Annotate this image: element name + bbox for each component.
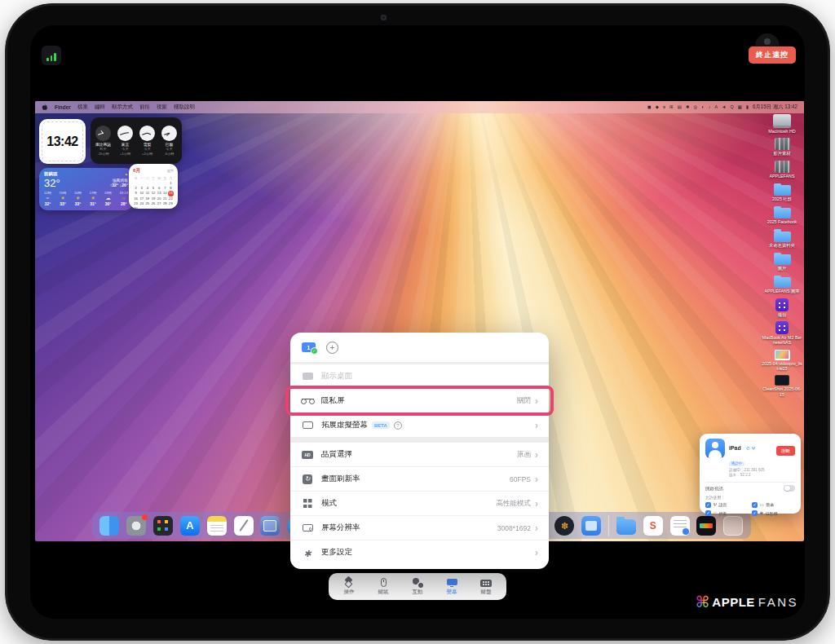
desktop-icon[interactable]: 2025-04-videopro_list-w23 — [761, 350, 803, 372]
trash-dock-icon[interactable] — [723, 516, 743, 536]
widget-dock-icon[interactable] — [696, 516, 716, 536]
menubar-item[interactable]: 編輯 — [95, 104, 105, 111]
screen-settings-panel: 1 + 顯示桌面隱私屏關閉›拓展虛擬螢幕BETA?›品質選擇原画›畫面刷新率60… — [290, 333, 549, 569]
hd-icon — [301, 451, 314, 459]
glasses-icon — [301, 397, 314, 405]
notes-dock-icon[interactable] — [207, 516, 227, 536]
tab-鍵盤[interactable]: 鍵盤 — [480, 577, 493, 596]
recording-icon[interactable]: ◼ — [647, 105, 652, 110]
desktop-icon[interactable]: 未命名資料夾 — [761, 229, 803, 248]
vpn-icon[interactable]: ≡ — [663, 105, 665, 110]
clock-widget[interactable]: 13:42 — [39, 119, 86, 164]
battery-icon[interactable]: ▮ — [746, 105, 749, 110]
help-icon[interactable]: ? — [394, 421, 402, 430]
desktop-icon[interactable]: 2025 社群 — [761, 183, 803, 201]
permission-item[interactable]: ▱檔案 — [705, 510, 749, 516]
focus-icon[interactable]: ◐ — [701, 105, 704, 110]
device-name: iPad — [729, 445, 741, 451]
video-toggle[interactable] — [784, 485, 795, 492]
sparkle-icon: ✦ — [125, 172, 128, 177]
permission-item[interactable]: Ψ語音 — [705, 502, 749, 508]
world-clock-widget[interactable]: 庫比蒂諾昨天-15小時東京今天+1小時雪梨今天+2小時巴黎今天-6小時 — [91, 117, 182, 164]
folder-dock-icon[interactable] — [616, 519, 636, 535]
spotlight-icon[interactable]: Q — [731, 105, 734, 110]
appstore-dock-icon[interactable] — [180, 516, 200, 536]
permission-item[interactable]: ▭螢幕 — [752, 502, 795, 508]
checkbox-checked-icon[interactable] — [705, 510, 711, 516]
settings-icon[interactable]: ✱ — [686, 105, 690, 110]
tab-熒幕[interactable]: 熒幕 — [446, 577, 458, 596]
grid-icon — [301, 499, 314, 508]
menubar-item[interactable]: 視窗 — [157, 104, 167, 111]
music-icon[interactable]: ♪ — [709, 105, 711, 110]
window-icon[interactable]: ⊞ — [669, 105, 674, 110]
desktop-icon[interactable]: CleanShot 2025-06-15 — [761, 375, 803, 397]
video-toggle-label: 開啟視訊 — [705, 486, 723, 492]
checkbox-checked-icon[interactable] — [752, 510, 758, 516]
textedit-dock-icon[interactable] — [234, 516, 254, 536]
desktop-icon[interactable]: MacBook Air M2 BerneseNAS — [761, 321, 803, 346]
tab-鍵鼠[interactable]: 鍵鼠 — [378, 577, 390, 596]
menu-row-quality[interactable]: 品質選擇原画› — [290, 443, 549, 466]
chevron-right-icon: › — [535, 474, 538, 484]
hangup-button[interactable]: 掛斷 — [776, 446, 795, 456]
weather-widget[interactable]: 前鎮區 ✦ 32° 強風特報 ↑32° ↓26° 14時≈32°15時☀33°1… — [39, 168, 133, 210]
world-clock-city: 雪梨今天+2小時 — [139, 126, 155, 157]
menubar-item[interactable]: Finder — [55, 104, 71, 110]
tab-互動[interactable]: 互動 — [412, 577, 424, 596]
desktop-icon[interactable]: 圖片 — [761, 252, 803, 271]
device-avatar — [705, 439, 725, 458]
checkbox-checked-icon[interactable] — [705, 502, 711, 508]
calendar-widget[interactable]: 6月 週六 日一二三四五六123456789101112131415161718… — [129, 164, 178, 209]
desktop-icon[interactable]: Macintosh HD — [761, 114, 803, 134]
menubar-datetime[interactable]: 6月15日 週六 13:42 — [753, 104, 797, 111]
display-1-check-icon[interactable]: 1 — [302, 342, 316, 352]
apple-menu-icon[interactable] — [42, 104, 48, 111]
desktop-icon[interactable]: 2025 Facebook — [761, 205, 803, 224]
nas-icon — [775, 138, 790, 150]
tab-操作[interactable]: 操作 — [343, 577, 356, 596]
menubar-item[interactable]: 顯示方式 — [112, 104, 133, 111]
weather-temp: 32° — [44, 178, 60, 188]
time-machine-icon[interactable]: ◎ — [694, 105, 698, 110]
finder-dock-icon[interactable] — [99, 516, 119, 536]
volume-icon[interactable]: ◄ — [722, 105, 726, 110]
menu-row-more-settings[interactable]: 更多設定› — [290, 540, 549, 564]
input-source-icon[interactable]: A — [714, 105, 718, 110]
add-display-button[interactable]: + — [326, 342, 338, 354]
stage-manager-icon[interactable]: ▤ — [678, 105, 682, 110]
player-dock-icon[interactable] — [554, 516, 574, 536]
menu-row-privacy-screen[interactable]: 隱私屏關閉› — [290, 388, 549, 412]
purple-icon — [775, 298, 789, 311]
desktop-icon[interactable]: 影片素材 — [761, 138, 803, 156]
calendar-day — [162, 206, 168, 211]
menubar-item[interactable]: 輔助說明 — [174, 104, 195, 111]
menu-row-refresh-rate[interactable]: 畫面刷新率60FPS› — [290, 466, 549, 491]
launchpad-dock-icon[interactable] — [153, 516, 173, 536]
end-remote-button[interactable]: 終止遠控 — [749, 46, 796, 64]
mirror-dock-icon[interactable] — [581, 516, 601, 536]
menu-row-extend-virtual-display[interactable]: 拓展虛擬螢幕BETA?› — [290, 412, 549, 437]
doc-dock-icon[interactable] — [670, 516, 690, 536]
swift-dock-icon[interactable] — [643, 516, 663, 536]
airplay-icon[interactable]: ◆ — [656, 105, 659, 110]
desktop-icon[interactable]: APPLEFANS 圖庫 — [761, 275, 803, 293]
world-clock-city: 巴黎今天-6小時 — [161, 126, 177, 157]
settings-dock-icon[interactable] — [126, 516, 146, 536]
desktop-icon[interactable]: 備份 — [761, 298, 803, 317]
desktop-icon[interactable]: APPLEFANS — [761, 161, 803, 179]
menubar-left-items: Finder檔案編輯顯示方式前往視窗輔助說明 — [42, 104, 195, 111]
permission-item[interactable]: ◉攝影機 — [752, 510, 795, 516]
permissions-grid: Ψ語音▭螢幕▱檔案◉攝影機 — [705, 502, 795, 517]
menu-row-mode[interactable]: 模式高性能模式› — [290, 491, 549, 515]
window-dock-icon[interactable] — [260, 516, 280, 536]
menubar-item[interactable]: 檔案 — [77, 104, 88, 111]
checkbox-checked-icon[interactable] — [752, 502, 758, 508]
menu-row-resolution[interactable]: 屏幕分辨率3008*1692› — [290, 515, 549, 540]
device-version: 版本：52.2.2 — [729, 473, 765, 478]
menu-row-show-desktop: 顯示桌面 — [290, 364, 549, 388]
calendar-day[interactable]: 30 — [133, 206, 139, 211]
control-center-icon[interactable]: ▦ — [738, 105, 742, 110]
clock-face-icon — [95, 126, 111, 141]
menubar-item[interactable]: 前往 — [139, 104, 150, 111]
